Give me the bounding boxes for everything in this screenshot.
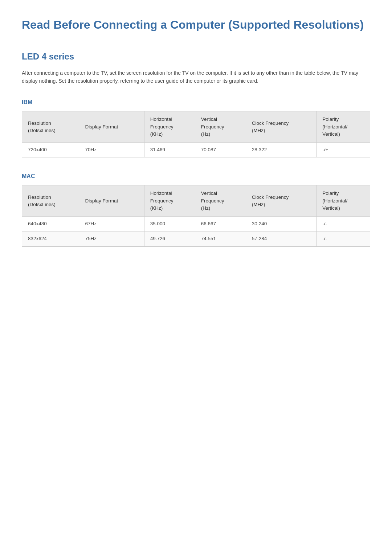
ibm-col-v-frequency: VerticalFrequency(Hz) (195, 111, 246, 143)
ibm-table-header-row: Resolution(DotsxLines) Display Format Ho… (22, 111, 370, 143)
ibm-col-display-format: Display Format (79, 111, 144, 143)
cell-v-frequency: 74.551 (195, 231, 246, 246)
ibm-subsection-title: IBM (22, 98, 370, 107)
cell-clock: 57.284 (246, 231, 316, 246)
ibm-col-clock: Clock Frequency(MHz) (246, 111, 316, 143)
ibm-table: Resolution(DotsxLines) Display Format Ho… (22, 111, 370, 157)
cell-v-frequency: 70.087 (195, 143, 246, 157)
table-row: 640x480 67Hz 35.000 66.667 30.240 -/- (22, 217, 370, 231)
mac-col-polarity: Polarity(Horizontal/Vertical) (317, 185, 370, 217)
cell-display-format: 70Hz (79, 143, 144, 157)
mac-table: Resolution(DotsxLines) Display Format Ho… (22, 185, 370, 246)
cell-polarity: -/- (317, 231, 370, 246)
led4-description: After connecting a computer to the TV, s… (22, 69, 370, 85)
cell-polarity: -/- (317, 217, 370, 231)
ibm-section: IBM Resolution(DotsxLines) Display Forma… (22, 98, 370, 157)
cell-display-format: 75Hz (79, 231, 144, 246)
mac-section: MAC Resolution(DotsxLines) Display Forma… (22, 172, 370, 246)
led4-series-title: LED 4 series (22, 50, 370, 63)
ibm-col-resolution: Resolution(DotsxLines) (22, 111, 79, 143)
table-row: 720x400 70Hz 31.469 70.087 28.322 -/+ (22, 143, 370, 157)
cell-display-format: 67Hz (79, 217, 144, 231)
cell-h-frequency: 35.000 (144, 217, 195, 231)
mac-col-h-frequency: HorizontalFrequency(KHz) (144, 185, 195, 217)
page-title: Read Before Connecting a Computer (Suppo… (22, 17, 370, 33)
ibm-col-polarity: Polarity(Horizontal/Vertical) (317, 111, 370, 143)
cell-polarity: -/+ (317, 143, 370, 157)
ibm-col-h-frequency: HorizontalFrequency(KHz) (144, 111, 195, 143)
cell-clock: 30.240 (246, 217, 316, 231)
cell-clock: 28.322 (246, 143, 316, 157)
table-row: 832x624 75Hz 49.726 74.551 57.284 -/- (22, 231, 370, 246)
mac-col-display-format: Display Format (79, 185, 144, 217)
cell-resolution: 640x480 (22, 217, 79, 231)
mac-subsection-title: MAC (22, 172, 370, 181)
cell-v-frequency: 66.667 (195, 217, 246, 231)
cell-h-frequency: 31.469 (144, 143, 195, 157)
mac-col-v-frequency: VerticalFrequency(Hz) (195, 185, 246, 217)
cell-h-frequency: 49.726 (144, 231, 195, 246)
cell-resolution: 720x400 (22, 143, 79, 157)
cell-resolution: 832x624 (22, 231, 79, 246)
mac-col-resolution: Resolution(DotsxLines) (22, 185, 79, 217)
mac-table-header-row: Resolution(DotsxLines) Display Format Ho… (22, 185, 370, 217)
mac-col-clock: Clock Frequency(MHz) (246, 185, 316, 217)
